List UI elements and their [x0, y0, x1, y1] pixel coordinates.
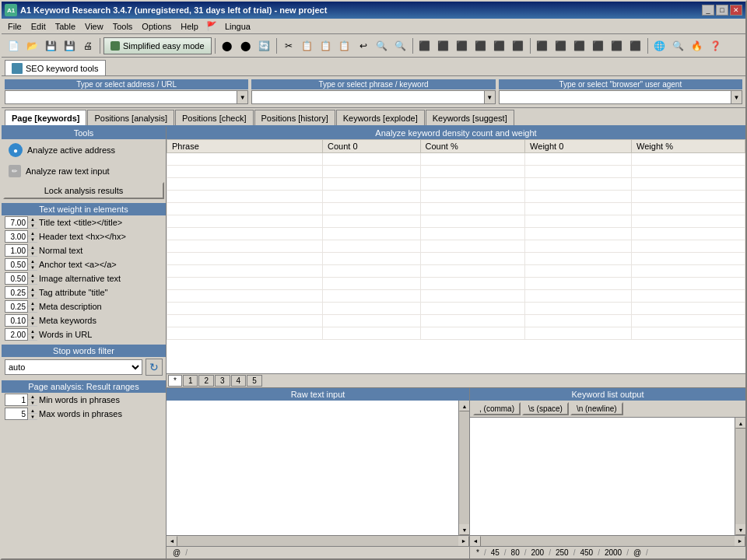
align-btn2[interactable]: ⬛: [435, 37, 452, 54]
weight-normal-up[interactable]: ▲: [28, 244, 37, 250]
tab-page-keywords[interactable]: Page [keywords]: [5, 110, 86, 125]
func-btn5[interactable]: ⬛: [608, 37, 626, 54]
weight-tag-up[interactable]: ▲: [28, 286, 37, 292]
raw-text-scroll-right[interactable]: ►: [458, 536, 469, 547]
raw-text-scroll-left[interactable]: ◄: [167, 536, 177, 547]
table-tab-2[interactable]: 2: [198, 375, 214, 387]
max-words-down[interactable]: ▼: [28, 414, 37, 420]
weight-anchor-input[interactable]: ▲ ▼: [5, 258, 36, 271]
menu-table[interactable]: Table: [51, 20, 80, 33]
weight-url-value[interactable]: [5, 331, 27, 339]
weight-header-down[interactable]: ▼: [28, 236, 37, 243]
weight-meta-desc-down[interactable]: ▼: [28, 306, 37, 313]
raw-path-at[interactable]: @: [170, 548, 184, 558]
copy-button[interactable]: 📋: [299, 37, 316, 54]
weight-title-input[interactable]: ▲ ▼: [5, 216, 36, 229]
max-words-value[interactable]: [5, 410, 27, 418]
save-as-button[interactable]: 💾: [61, 37, 78, 54]
max-words-up[interactable]: ▲: [28, 408, 37, 414]
tab-positions-check[interactable]: Positions [check]: [175, 110, 254, 125]
menu-file[interactable]: File: [3, 20, 26, 33]
weight-meta-kw-input[interactable]: ▲ ▼: [5, 314, 36, 327]
raw-text-scroll-track-h[interactable]: [177, 536, 458, 547]
table-tab-3[interactable]: 3: [215, 375, 230, 387]
weight-img-up[interactable]: ▲: [28, 272, 37, 278]
newline-button[interactable]: \n (newline): [570, 402, 623, 415]
kw-path-250[interactable]: 250: [552, 548, 572, 558]
max-words-input[interactable]: ▲ ▼: [5, 408, 36, 420]
func-btn1[interactable]: ⬛: [534, 37, 551, 54]
kw-path-star[interactable]: *: [473, 548, 482, 558]
raw-text-scroll-track[interactable]: [459, 411, 469, 524]
tab-keywords-suggest[interactable]: Keywords [suggest]: [426, 110, 514, 125]
min-words-down[interactable]: ▼: [28, 400, 37, 406]
kw-path-45[interactable]: 45: [488, 548, 503, 558]
weight-title-value[interactable]: [5, 219, 27, 227]
weight-title-up[interactable]: ▲: [28, 216, 37, 222]
weight-normal-value[interactable]: [5, 247, 27, 255]
lock-analysis-button[interactable]: Lock analysis results: [3, 182, 164, 199]
weight-url-down[interactable]: ▼: [28, 334, 37, 341]
keyword-input[interactable]: [252, 93, 483, 102]
circle2-button[interactable]: ⬤: [237, 37, 254, 54]
seo-keyword-tools-tab[interactable]: SEO keyword tools: [5, 60, 106, 75]
min-words-up[interactable]: ▲: [28, 394, 37, 400]
tab-positions-analysis[interactable]: Positions [analysis]: [87, 110, 174, 125]
menu-view[interactable]: View: [80, 20, 108, 33]
weight-img-input[interactable]: ▲ ▼: [5, 272, 36, 285]
weight-normal-down[interactable]: ▼: [28, 250, 37, 257]
cut-button[interactable]: ✂: [280, 37, 297, 54]
space-button[interactable]: \s (space): [522, 402, 569, 415]
func-btn6[interactable]: ⬛: [627, 37, 644, 54]
weight-anchor-value[interactable]: [5, 261, 27, 269]
align-btn3[interactable]: ⬛: [454, 37, 471, 54]
weight-meta-desc-value[interactable]: [5, 303, 27, 311]
align-btn5[interactable]: ⬛: [491, 37, 508, 54]
func-btn3[interactable]: ⬛: [571, 37, 588, 54]
weight-meta-kw-value[interactable]: [5, 317, 27, 325]
agent-dropdown-btn[interactable]: ▼: [731, 91, 742, 103]
comma-button[interactable]: , (comma): [473, 402, 521, 415]
table-tab-star[interactable]: *: [168, 375, 182, 387]
keyword-dropdown-btn[interactable]: ▼: [484, 91, 495, 103]
tab-keywords-explode[interactable]: Keywords [explode]: [336, 110, 425, 125]
menu-tools[interactable]: Tools: [108, 20, 138, 33]
raw-text-scroll-down[interactable]: ▼: [459, 524, 469, 535]
menu-options[interactable]: Options: [137, 20, 176, 33]
func-btn4[interactable]: ⬛: [590, 37, 607, 54]
print-button[interactable]: 🖨: [79, 37, 96, 54]
kw-path-80[interactable]: 80: [508, 548, 523, 558]
weight-tag-value[interactable]: [5, 289, 27, 297]
circle1-button[interactable]: ⬤: [219, 37, 236, 54]
kw-output-scroll-track[interactable]: [735, 429, 745, 524]
weight-meta-desc-input[interactable]: ▲ ▼: [5, 300, 36, 313]
table-tab-4[interactable]: 4: [231, 375, 247, 387]
kw-output-scroll-up[interactable]: ▲: [735, 418, 745, 429]
weight-tag-input[interactable]: ▲ ▼: [5, 286, 36, 299]
align-btn6[interactable]: ⬛: [510, 37, 527, 54]
weight-url-input[interactable]: ▲ ▼: [5, 328, 36, 341]
weight-normal-input[interactable]: ▲ ▼: [5, 244, 36, 257]
kw-path-at[interactable]: @: [630, 548, 644, 558]
kw-path-2000[interactable]: 2000: [601, 548, 625, 558]
align-btn4[interactable]: ⬛: [472, 37, 489, 54]
weight-anchor-down[interactable]: ▼: [28, 264, 37, 271]
undo-button[interactable]: ↩: [355, 37, 372, 54]
kw-output-scrollbar-h[interactable]: ◄ ►: [470, 535, 745, 546]
weight-tag-down[interactable]: ▼: [28, 292, 37, 299]
minimize-button[interactable]: _: [702, 5, 714, 16]
paste2-button[interactable]: 📋: [336, 37, 353, 54]
agent-input[interactable]: A1 Keyword Research/3.4.7 (+http://www.m…: [500, 93, 731, 101]
weight-anchor-up[interactable]: ▲: [28, 258, 37, 264]
weight-title-down[interactable]: ▼: [28, 222, 37, 229]
keyword-output-input[interactable]: [470, 418, 735, 535]
fire-btn[interactable]: 🔥: [689, 37, 706, 54]
kw-path-450[interactable]: 450: [577, 548, 596, 558]
table-tab-1[interactable]: 1: [183, 375, 198, 387]
stop-words-refresh-button[interactable]: ↻: [146, 359, 163, 376]
new-button[interactable]: 📄: [5, 37, 22, 54]
align-btn1[interactable]: ⬛: [416, 37, 433, 54]
browser-btn[interactable]: 🌐: [651, 37, 668, 54]
analyze-raw-text-button[interactable]: ✏ Analyze raw text input: [3, 162, 164, 180]
table-tab-5[interactable]: 5: [247, 375, 262, 387]
